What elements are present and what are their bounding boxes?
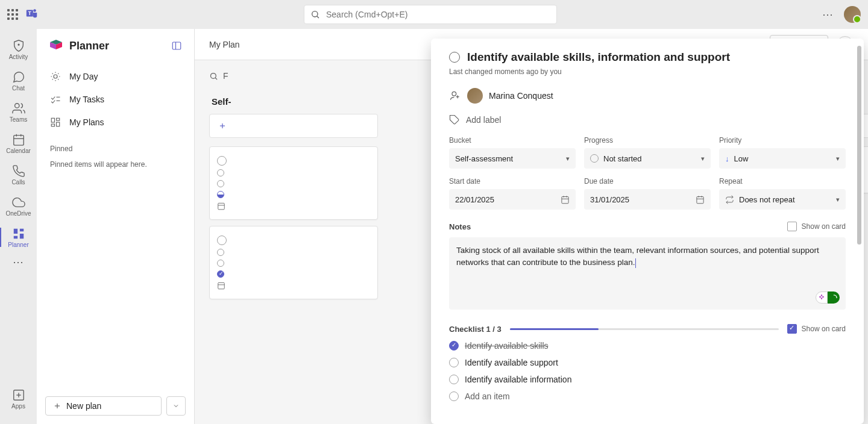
task-detail-modal: Identify available skills, information a…	[431, 39, 864, 424]
rail-label: Apps	[11, 403, 25, 410]
rail-chat[interactable]: Chat	[0, 65, 37, 96]
pinned-section-label: Pinned	[37, 136, 194, 157]
svg-line-4	[317, 16, 319, 18]
calendar-icon	[217, 202, 225, 210]
svg-point-2	[33, 9, 36, 12]
app-launcher-icon[interactable]	[7, 9, 18, 20]
calendar-icon	[696, 195, 705, 204]
svg-rect-27	[51, 118, 54, 122]
svg-text:T: T	[28, 11, 31, 16]
sidebar-item-mytasks[interactable]: My Tasks	[37, 88, 194, 111]
field-label: Priority	[719, 136, 846, 145]
bucket-field: Bucket Self-assessment▾	[449, 136, 576, 169]
checklist-progress	[510, 328, 779, 330]
filter-search-text: F	[223, 71, 228, 81]
calendar-icon	[217, 281, 225, 290]
field-label: Repeat	[719, 177, 846, 186]
sidebar-item-label: My Plans	[69, 117, 104, 127]
checklist-toggle[interactable]	[449, 375, 459, 384]
task-complete-toggle[interactable]	[449, 52, 460, 63]
add-checklist-item[interactable]: Add an item	[449, 391, 846, 401]
bucket-select[interactable]: Self-assessment▾	[449, 148, 576, 169]
svg-point-3	[312, 11, 318, 17]
startdate-input[interactable]: 22/01/2025	[449, 189, 576, 210]
rail-planner[interactable]: Planner	[0, 222, 37, 253]
checklist-toggle[interactable]	[449, 341, 459, 351]
assignee-avatar[interactable]	[467, 88, 483, 104]
checklist-item[interactable]: Identify available support	[449, 358, 846, 367]
svg-rect-65	[562, 196, 568, 203]
more-icon[interactable]: ⋯	[822, 8, 834, 21]
notes-textarea[interactable]: Taking stock of all available skills wit…	[449, 237, 846, 310]
rail-label: Calendar	[6, 148, 31, 154]
rail-label: Activity	[9, 54, 28, 60]
duedate-field: Due date 31/01/2025	[584, 177, 711, 210]
teams-logo-icon: T	[25, 7, 39, 22]
priority-select[interactable]: ↓Low▾	[719, 148, 846, 169]
add-task-button[interactable]	[209, 114, 378, 138]
filter-search[interactable]: F	[209, 71, 228, 81]
tag-icon	[449, 114, 460, 125]
ai-toggle[interactable]	[816, 292, 840, 304]
planner-logo-icon	[49, 39, 63, 53]
sidebar-item-myplans[interactable]: My Plans	[37, 111, 194, 134]
collapse-sidebar-icon[interactable]	[171, 40, 182, 51]
progress-select[interactable]: Not started▾	[584, 148, 711, 169]
svg-point-5	[18, 44, 19, 45]
repeat-icon	[725, 195, 734, 204]
sidebar-item-label: My Tasks	[69, 95, 104, 104]
rail-label: OneDrive	[5, 210, 31, 217]
scrollbar[interactable]	[857, 46, 861, 245]
pinned-empty-text: Pinned items will appear here.	[37, 157, 194, 172]
svg-point-16	[54, 75, 57, 78]
rail-calls[interactable]: Calls	[0, 159, 37, 190]
svg-line-19	[52, 73, 53, 74]
user-avatar[interactable]	[844, 6, 861, 23]
duedate-input[interactable]: 31/01/2025	[584, 189, 711, 210]
checklist-toggle[interactable]	[449, 358, 459, 367]
task-title[interactable]: Identify available skills, information a…	[467, 51, 730, 64]
show-checklist-on-card[interactable]: Show on card	[787, 324, 846, 334]
repeat-field: Repeat Does not repeat▾	[719, 177, 846, 210]
rail-apps[interactable]: Apps	[0, 383, 37, 414]
show-notes-on-card[interactable]: Show on card	[787, 222, 846, 231]
assignee-icon[interactable]	[449, 90, 461, 102]
checklist-item[interactable]: Identify available information	[449, 375, 846, 384]
checkbox[interactable]	[787, 222, 797, 231]
new-plan-label: New plan	[66, 401, 101, 411]
checklist-toggle	[449, 391, 459, 401]
global-search[interactable]	[304, 5, 557, 24]
add-item-text: Add an item	[465, 391, 510, 401]
svg-rect-29	[57, 122, 60, 126]
rail-teams[interactable]: Teams	[0, 96, 37, 128]
rail-activity[interactable]: Activity	[0, 34, 37, 65]
checklist-label: Checklist 1 / 3	[449, 325, 502, 334]
priority-field: Priority ↓Low▾	[719, 136, 846, 169]
repeat-select[interactable]: Does not repeat▾	[719, 189, 846, 210]
new-plan-button[interactable]: New plan	[45, 396, 162, 416]
task-card[interactable]	[209, 226, 378, 299]
svg-line-24	[58, 73, 58, 74]
notes-label: Notes	[449, 222, 471, 231]
sparkle-icon	[818, 294, 825, 301]
checklist-item[interactable]: Identify available skills	[449, 341, 846, 351]
breadcrumb[interactable]: My Plan	[209, 40, 240, 49]
rail-onedrive[interactable]: OneDrive	[0, 190, 37, 222]
svg-point-61	[452, 92, 456, 96]
search-input[interactable]	[326, 10, 550, 19]
task-card[interactable]	[209, 146, 378, 220]
rail-calendar[interactable]: Calendar	[0, 128, 37, 159]
topbar: T ⋯	[0, 0, 868, 29]
add-label-button[interactable]: Add label	[449, 114, 846, 125]
rail-more-icon[interactable]: ⋯	[13, 255, 24, 269]
plus-icon	[218, 122, 227, 130]
progress-field: Progress Not started▾	[584, 136, 711, 169]
sidebar-item-myday[interactable]: My Day	[37, 65, 194, 88]
field-label: Bucket	[449, 136, 576, 145]
checkbox[interactable]	[787, 324, 797, 334]
search-icon	[310, 10, 320, 19]
checklist-text: Identify available information	[465, 375, 571, 384]
rail-label: Calls	[11, 179, 25, 186]
new-plan-dropdown[interactable]	[166, 396, 186, 416]
search-icon	[209, 72, 218, 81]
